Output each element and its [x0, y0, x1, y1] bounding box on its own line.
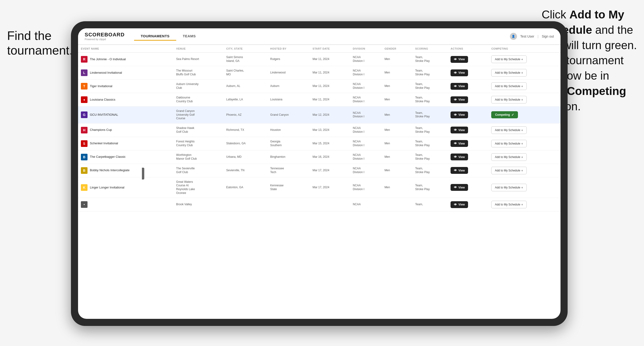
- scoring-cell: Team,Stroke Play: [412, 53, 448, 66]
- add-to-schedule-button[interactable]: Add to My Schedule+: [491, 69, 527, 77]
- add-to-schedule-button[interactable]: Add to My Schedule+: [491, 201, 527, 208]
- team-logo: L: [81, 69, 88, 76]
- start-date-cell: [310, 198, 350, 211]
- table-container[interactable]: EVENT NAME VENUE CITY, STATE HOSTED BY S…: [78, 45, 560, 319]
- venue-cell: Great WatersCourse AtReynolds LakeOconee: [173, 177, 224, 198]
- hosted-by-cell: TennesseeTech: [268, 164, 310, 177]
- gender-cell: Men: [382, 123, 412, 137]
- view-button[interactable]: 👁View: [450, 96, 468, 103]
- venue-cell: Shadow HawkGolf Club: [173, 123, 224, 137]
- scoring-cell: Team,Stroke Play: [412, 177, 448, 198]
- venue-cell: Forest HeightsCountry Club: [173, 137, 224, 150]
- col-division: DIVISION: [350, 45, 382, 53]
- event-name: Tiger Invitational: [90, 84, 112, 88]
- sign-out-link[interactable]: Sign out: [542, 34, 554, 38]
- gender-cell: Men: [382, 66, 412, 80]
- division-cell: NCAADivision I: [350, 164, 382, 177]
- add-schedule-label: Add to My Schedule: [495, 203, 520, 206]
- event-cell-1: L Lindenwood Invitational: [78, 66, 173, 80]
- gender-cell: Men: [382, 164, 412, 177]
- gender-cell: Men: [382, 177, 412, 198]
- eye-icon: 👁: [454, 58, 457, 61]
- add-to-schedule-button[interactable]: Add to My Schedule+: [491, 153, 527, 161]
- eye-icon: 👁: [454, 169, 457, 172]
- eye-icon: 👁: [454, 128, 457, 132]
- competing-cell: Add to My Schedule+: [488, 177, 560, 198]
- plus-icon: +: [521, 169, 523, 173]
- plus-icon: +: [521, 155, 523, 159]
- city-state-cell: Phoenix, AZ: [224, 107, 268, 124]
- add-to-schedule-button[interactable]: Add to My Schedule+: [491, 184, 527, 191]
- event-cell-6: S Schenkel Invitational: [78, 137, 173, 150]
- gender-cell: Men: [382, 137, 412, 150]
- app-logo-sub: Powered by clippd: [85, 38, 125, 41]
- tab-teams[interactable]: TEAMS: [176, 32, 202, 41]
- view-button[interactable]: 👁View: [450, 184, 468, 191]
- actions-cell: 👁View: [448, 80, 488, 93]
- start-date-cell: Mar 17, 2024: [310, 177, 350, 198]
- actions-cell: 👁View: [448, 53, 488, 66]
- competing-cell: Add to My Schedule+: [488, 123, 560, 137]
- header-right: 👤 Test User | Sign out: [510, 33, 554, 40]
- team-logo: •: [81, 201, 88, 208]
- view-button[interactable]: 👁View: [450, 112, 468, 118]
- add-to-schedule-button[interactable]: Add to My Schedule+: [491, 140, 527, 147]
- tablet-side-button: [142, 168, 144, 179]
- actions-cell: 👁View: [448, 137, 488, 150]
- competing-cell: Add to My Schedule+: [488, 164, 560, 177]
- eye-icon: 👁: [454, 85, 457, 88]
- event-cell-10: •: [78, 198, 173, 211]
- col-competing: COMPETING: [488, 45, 560, 53]
- add-to-schedule-button[interactable]: Add to My Schedule+: [491, 96, 527, 103]
- city-state-cell: Eatonton, GA: [224, 177, 268, 198]
- plus-icon: +: [521, 84, 523, 88]
- city-state-cell: Lafayette, LA: [224, 93, 268, 107]
- add-schedule-label: Add to My Schedule: [495, 129, 520, 132]
- city-state-cell: Statesboro, GA: [224, 137, 268, 150]
- start-date-cell: Mar 13, 2024: [310, 123, 350, 137]
- tab-tournaments[interactable]: TOURNAMENTS: [134, 32, 176, 41]
- actions-cell: 👁View: [448, 164, 488, 177]
- add-schedule-label: Add to My Schedule: [495, 169, 520, 172]
- col-venue: VENUE: [173, 45, 224, 53]
- plus-icon: +: [521, 57, 523, 61]
- competing-cell: Add to My Schedule+: [488, 198, 560, 211]
- city-state-cell: Urbana, MD: [224, 150, 268, 164]
- view-button[interactable]: 👁View: [450, 83, 468, 90]
- table-row: R The Johnnie - O Individual Sea Palms R…: [78, 53, 560, 66]
- event-name: Linger Longer Invitational: [90, 186, 124, 190]
- add-schedule-label: Add to My Schedule: [495, 58, 520, 61]
- add-schedule-label: Add to My Schedule: [495, 85, 520, 88]
- venue-cell: WorthingtonManor Golf Club: [173, 150, 224, 164]
- venue-cell: Grand CanyonUniversity GolfCourse: [173, 107, 224, 124]
- division-cell: NCAADivision I: [350, 66, 382, 80]
- competing-cell: Add to My Schedule+: [488, 137, 560, 150]
- event-name: The Carpetbagger Classic: [90, 155, 126, 159]
- view-button[interactable]: 👁View: [450, 154, 468, 160]
- hosted-by-cell: Auburn: [268, 80, 310, 93]
- scoring-cell: Team,Stroke Play: [412, 137, 448, 150]
- plus-icon: +: [521, 186, 523, 189]
- add-to-schedule-button[interactable]: Add to My Schedule+: [491, 82, 527, 90]
- view-button[interactable]: 👁View: [450, 201, 468, 208]
- add-to-schedule-button[interactable]: Add to My Schedule+: [491, 55, 527, 63]
- gender-cell: Men: [382, 93, 412, 107]
- competing-cell: Add to My Schedule+: [488, 66, 560, 80]
- division-cell: NCAA: [350, 198, 382, 211]
- start-date-cell: Mar 15, 2024: [310, 137, 350, 150]
- view-button[interactable]: 👁View: [450, 167, 468, 174]
- scoring-cell: Team,Stroke Play: [412, 107, 448, 124]
- event-name: Bobby Nichols Intercollegiate: [90, 169, 130, 173]
- view-button[interactable]: 👁View: [450, 69, 468, 76]
- view-button[interactable]: 👁View: [450, 140, 468, 147]
- hosted-by-cell: Binghamton: [268, 150, 310, 164]
- competing-button[interactable]: Competing✓: [491, 111, 518, 118]
- view-button[interactable]: 👁View: [450, 127, 468, 134]
- event-name: Lindenwood Invitational: [90, 71, 122, 75]
- venue-cell: Sea Palms Resort: [173, 53, 224, 66]
- add-to-schedule-button[interactable]: Add to My Schedule+: [491, 167, 527, 174]
- eye-icon: 👁: [454, 113, 457, 117]
- view-button[interactable]: 👁View: [450, 56, 468, 63]
- division-cell: NCAADivision I: [350, 93, 382, 107]
- add-to-schedule-button[interactable]: Add to My Schedule+: [491, 126, 527, 134]
